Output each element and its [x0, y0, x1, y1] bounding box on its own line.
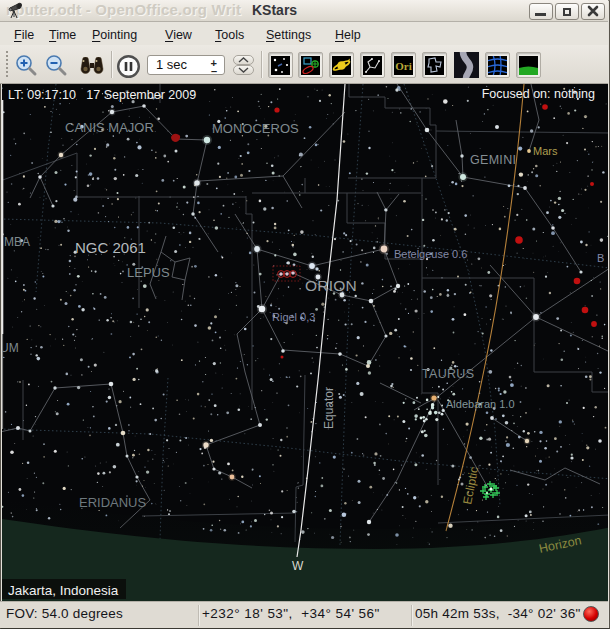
svg-text:Ori: Ori	[395, 59, 412, 71]
